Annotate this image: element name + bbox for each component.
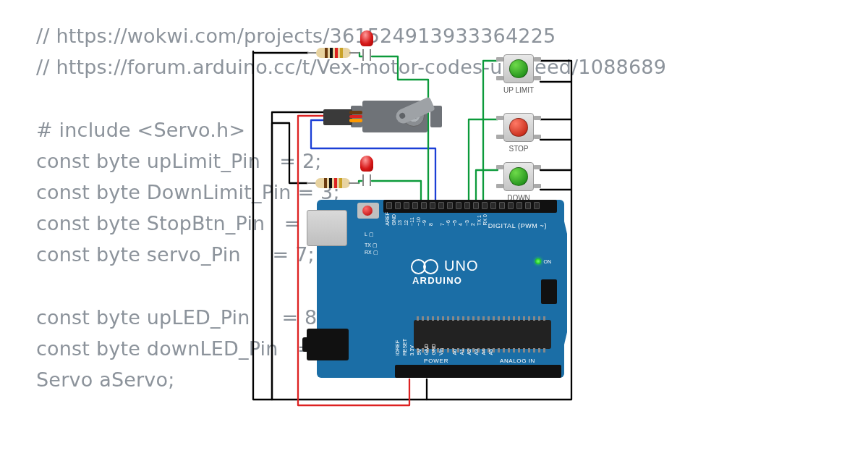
- servo-motor: [351, 96, 442, 137]
- on-led: ON: [535, 258, 552, 264]
- button-down-limit[interactable]: DOWN LIMIT: [498, 161, 540, 193]
- digital-header: [383, 200, 557, 213]
- led-upper: [359, 30, 375, 55]
- l-led-label: L ▢: [365, 232, 374, 237]
- arduino-logo: UNO: [411, 258, 478, 274]
- power-label: POWER: [424, 358, 448, 364]
- analog-label: ANALOG IN: [500, 358, 535, 364]
- digital-label: DIGITAL (PWM ~): [488, 222, 547, 229]
- dc-jack: [307, 329, 349, 360]
- pin-labels-digital: AREFGND1312~11~10~98 7~6~54~32TX 1RX 0: [385, 212, 489, 227]
- arduino-wordmark: ARDUINO: [412, 275, 462, 286]
- power-analog-header: [395, 365, 561, 378]
- button-up-limit[interactable]: UP LIMIT: [498, 53, 540, 85]
- resistor-lower: [307, 178, 359, 188]
- reset-button[interactable]: [357, 203, 379, 219]
- led-lower: [359, 156, 375, 180]
- power-led-icon: [535, 258, 541, 264]
- button-stop[interactable]: STOP: [498, 111, 540, 143]
- button-label: STOP: [498, 145, 540, 153]
- pin-labels-power-analog: IOREFRESET3.3V5VGNDGNDVin A0A1A2A3A4A5: [395, 339, 495, 356]
- resistor-upper: [307, 48, 359, 58]
- arduino-uno-board: AREFGND1312~11~10~98 7~6~54~32TX 1RX 0 D…: [317, 200, 564, 378]
- usb-port: [307, 210, 347, 246]
- button-label: UP LIMIT: [498, 86, 540, 94]
- icsp-header: [541, 279, 557, 304]
- infinity-icon: [411, 259, 438, 274]
- tx-rx-label: TX ▢ RX ▢: [365, 242, 378, 256]
